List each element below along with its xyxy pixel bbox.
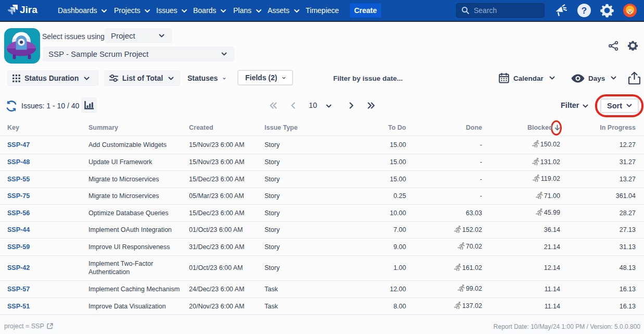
svg-text:?: ? [582, 6, 587, 16]
